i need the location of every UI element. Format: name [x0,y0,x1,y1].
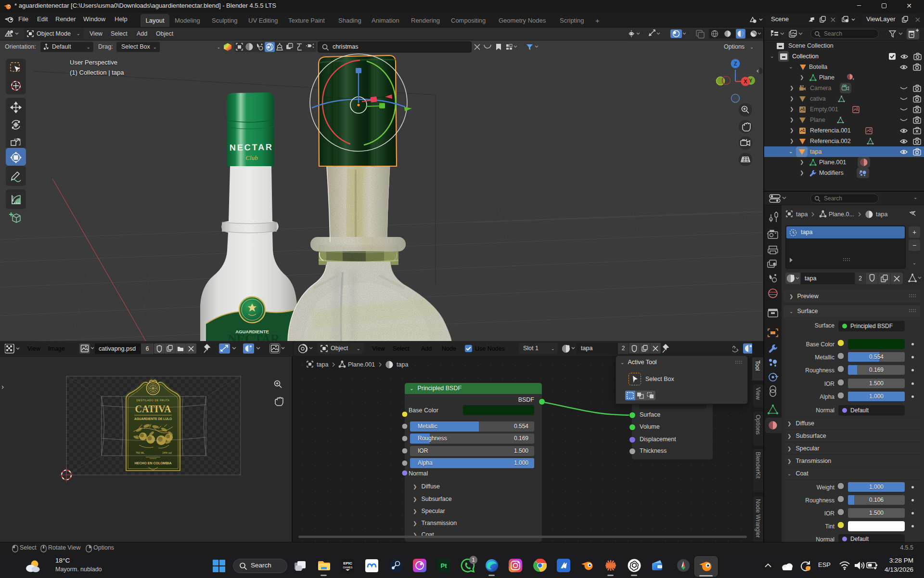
svg-text:Plane.0...: Plane.0... [829,211,854,218]
svg-text:24% vol: 24% vol [162,451,172,454]
svg-text:Z: Z [734,61,737,66]
svg-text:CATIVA: CATIVA [135,404,171,414]
svg-text:EPIC: EPIC [343,561,352,565]
svg-text:tapa: tapa [796,211,808,218]
svg-text:tapa: tapa [876,211,887,218]
svg-text:750 ML: 750 ML [136,451,144,454]
svg-text:AGUARDIENTE DE LULO: AGUARDIENTE DE LULO [134,417,172,420]
svg-text:NECTAR: NECTAR [228,332,280,341]
svg-text:Club: Club [245,154,258,161]
svg-text:Pt: Pt [441,562,448,569]
svg-text:X: X [744,79,747,84]
svg-text:HECHO EN COLOMBIA: HECHO EN COLOMBIA [135,461,172,465]
svg-text:GAMES: GAMES [343,566,353,569]
svg-text:3: 3 [852,77,854,80]
svg-text:DESTILADO DE FRUTA: DESTILADO DE FRUTA [137,399,170,402]
